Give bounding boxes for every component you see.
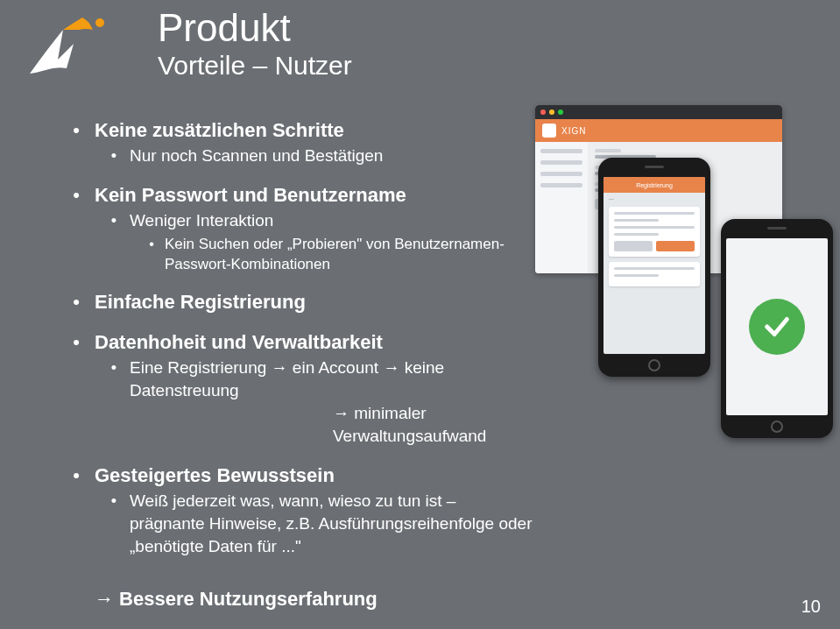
close-icon <box>540 110 546 115</box>
bullet-item: • Keine zusätzlichen Schritte <box>70 118 534 143</box>
bullet-item: • Nur noch Scannen und Bestätigen <box>109 145 534 167</box>
bullet-mark: • <box>109 145 119 167</box>
browser-title-bar <box>535 105 782 119</box>
bullet-text: Kein Suchen oder „Probieren" von Benutze… <box>156 234 534 274</box>
bullet-item: • Kein Suchen oder „Probieren" von Benut… <box>147 234 534 274</box>
bullet-item: • Weniger Interaktion <box>109 209 534 232</box>
bullet-mark: • <box>70 463 82 488</box>
slide-title: Produkt <box>158 7 352 49</box>
bullet-item: • Weiß jederzeit was, wann, wieso zu tun… <box>109 490 534 558</box>
phone-screen: Registrierung — <box>604 177 705 354</box>
section-label: — <box>609 196 700 201</box>
bullet-mark: • <box>147 234 156 274</box>
phone-header-title: Registrierung <box>636 182 673 188</box>
phone-mockup-success <box>721 219 833 438</box>
confirm-button <box>656 241 695 251</box>
home-button-icon <box>648 359 660 371</box>
bullet-text: Keine zusätzlichen Schritte <box>82 118 344 143</box>
form-card <box>609 262 700 286</box>
app-brand: XIGN <box>561 126 586 136</box>
bullet-text: Kein Passwort und Benutzername <box>82 183 406 208</box>
maximize-icon <box>558 110 563 115</box>
phone-mockup-form: Registrierung — <box>598 158 710 377</box>
bullet-mark: • <box>70 183 82 208</box>
bullet-mark: • <box>70 330 82 355</box>
bullet-content: • Keine zusätzlichen Schritte • Nur noch… <box>44 118 534 611</box>
home-button-icon <box>771 421 783 433</box>
bullet-mark: • <box>109 209 119 232</box>
phone-speaker-icon <box>645 166 664 168</box>
form-card <box>609 207 700 257</box>
bullet-mark: • <box>70 118 82 143</box>
app-logo-icon <box>542 124 556 138</box>
svg-point-0 <box>95 18 104 27</box>
minimize-icon <box>549 110 554 115</box>
phone-header: Registrierung <box>604 177 705 193</box>
bullet-text: Weiß jederzeit was, wann, wieso zu tun i… <box>119 490 534 558</box>
bullet-item: • Datenhoheit und Verwaltbarkeit <box>70 330 534 355</box>
slide-subtitle: Vorteile – Nutzer <box>158 51 352 81</box>
bullet-text: Eine Registrierung → ein Account → keine… <box>119 357 534 402</box>
title-block: Produkt Vorteile – Nutzer <box>158 7 352 81</box>
phone-screen <box>726 238 828 415</box>
browser-sidebar <box>535 142 588 273</box>
bullet-item: • Eine Registrierung → ein Account → kei… <box>109 357 534 402</box>
bullet-continuation: → minimaler Verwaltungsaufwand <box>333 402 534 448</box>
bullet-text: Weniger Interaktion <box>119 209 273 232</box>
bullet-mark: • <box>109 490 119 558</box>
bullet-item: • Kein Passwort und Benutzername <box>70 183 534 208</box>
bullet-item: • Gesteigertes Bewusstsein <box>70 463 534 488</box>
cancel-button <box>614 241 653 251</box>
bullet-text: Gesteigertes Bewusstsein <box>82 463 335 488</box>
mockup-illustration: XIGN Registrierung — <box>535 105 833 447</box>
conclusion-line: → Bessere Nutzungserfahrung <box>95 588 534 611</box>
phone-speaker-icon <box>767 227 787 230</box>
bullet-mark: • <box>109 357 119 402</box>
bullet-text: Datenhoheit und Verwaltbarkeit <box>82 330 383 355</box>
bullet-item: • Einfache Registrierung <box>70 290 534 314</box>
browser-header: XIGN <box>535 119 782 142</box>
page-number: 10 <box>801 597 821 617</box>
brand-logo <box>12 14 117 84</box>
success-check-icon <box>749 299 805 355</box>
bullet-text: Einfache Registrierung <box>82 290 306 314</box>
bullet-mark: • <box>70 290 82 314</box>
bullet-text: Nur noch Scannen und Bestätigen <box>119 145 383 167</box>
